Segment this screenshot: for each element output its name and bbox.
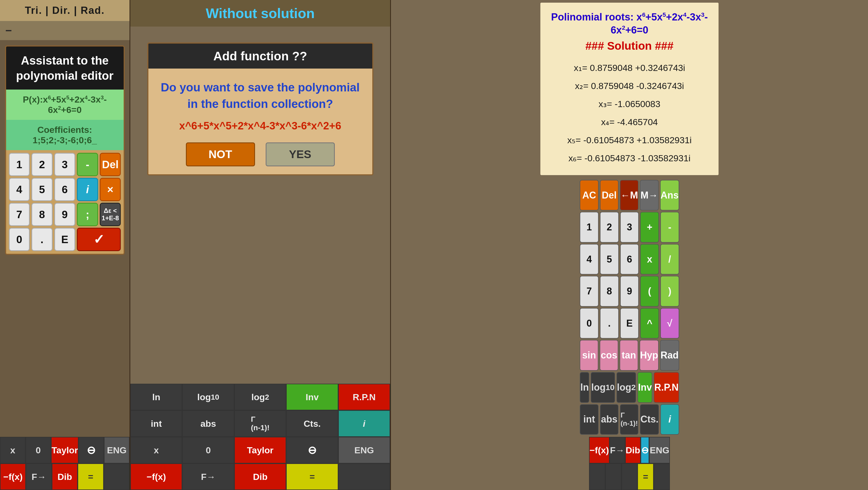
rk-0[interactable]: 0 xyxy=(580,308,599,339)
rk-gamma[interactable]: Γ(n-1)! xyxy=(620,404,639,435)
rk-row-2: 1 2 3 + - xyxy=(580,212,679,242)
tb-dib[interactable]: Dib xyxy=(52,463,78,490)
key-semicolon[interactable]: ; xyxy=(77,203,98,226)
mid-tb-fx[interactable]: −f(x) xyxy=(130,463,182,490)
rk-4[interactable]: 4 xyxy=(580,244,599,275)
rk-int[interactable]: int xyxy=(580,404,598,435)
tb-0[interactable]: 0 xyxy=(26,437,51,463)
key-2[interactable]: 2 xyxy=(31,153,53,176)
key-delta[interactable]: Δε <1+E-8 xyxy=(100,203,121,226)
key-5[interactable]: 5 xyxy=(31,178,53,201)
mid-key-ln[interactable]: ln xyxy=(130,384,182,410)
rk-cos[interactable]: cos xyxy=(600,340,618,371)
rk-mem-store[interactable]: ←M xyxy=(620,180,639,211)
rk-5[interactable]: 5 xyxy=(600,244,619,275)
key-1[interactable]: 1 xyxy=(9,153,30,176)
rb-eng[interactable]: ENG xyxy=(649,437,670,463)
rk-8[interactable]: 8 xyxy=(600,276,619,307)
rb-zoom[interactable]: ⊖ xyxy=(641,437,649,463)
tb-zoom[interactable]: ⊖ xyxy=(79,437,104,463)
rb-dib[interactable]: Dib xyxy=(625,437,641,463)
key-8[interactable]: 8 xyxy=(31,203,53,226)
rb-equals[interactable]: = xyxy=(638,463,654,490)
mid-key-info2[interactable]: i xyxy=(338,410,390,437)
mid-key-gamma[interactable]: Γ(n-1)! xyxy=(234,410,286,437)
rk-inv[interactable]: Inv xyxy=(638,372,652,403)
mid-key-cts[interactable]: Cts. xyxy=(286,410,338,437)
rk-2[interactable]: 2 xyxy=(600,212,619,242)
rk-rad[interactable]: Rad xyxy=(660,340,679,371)
rk-1[interactable]: 1 xyxy=(580,212,599,242)
mid-key-log10[interactable]: log10 xyxy=(182,384,234,410)
tb-equals[interactable]: = xyxy=(78,463,103,490)
rb-farrow[interactable]: F→ xyxy=(610,437,625,463)
mid-tb-dib[interactable]: Dib xyxy=(234,463,286,490)
rk-lparen[interactable]: ( xyxy=(640,276,659,307)
key-3[interactable]: 3 xyxy=(54,153,75,176)
mid-tb-farrow[interactable]: F→ xyxy=(182,463,234,490)
result-box: Polinomial roots: x6+5x5+2x4-3x3-6x2+6=0… xyxy=(540,3,718,175)
key-7[interactable]: 7 xyxy=(9,203,30,226)
rk-rparen[interactable]: ) xyxy=(660,276,679,307)
mid-key-rpn[interactable]: R.P.N xyxy=(338,384,390,410)
rk-cts[interactable]: Cts. xyxy=(640,404,659,435)
key-0[interactable]: 0 xyxy=(9,228,30,251)
rk-power[interactable]: ^ xyxy=(640,308,659,339)
rk-x[interactable]: x xyxy=(640,244,659,275)
mid-key-log2[interactable]: log2 xyxy=(234,384,286,410)
rk-r-minus[interactable]: - xyxy=(660,212,679,242)
rb-fx[interactable]: −f(x) xyxy=(589,437,610,463)
rk-plus[interactable]: + xyxy=(640,212,659,242)
key-info[interactable]: i xyxy=(77,178,98,201)
rk-ln[interactable]: ln xyxy=(580,372,589,403)
rk-tan[interactable]: tan xyxy=(620,340,638,371)
rk-9[interactable]: 9 xyxy=(620,276,639,307)
rk-hyp[interactable]: Hyp xyxy=(640,340,659,371)
mid-func-rows: ln log10 log2 Inv R.P.N int abs Γ(n-1)! … xyxy=(130,384,390,437)
rk-ans[interactable]: Ans xyxy=(660,180,679,211)
mid-tb-taylor[interactable]: Taylor xyxy=(234,437,286,463)
rk-abs[interactable]: abs xyxy=(600,404,619,435)
rk-log10[interactable]: log10 xyxy=(591,372,615,403)
tb-farrow[interactable]: F→ xyxy=(26,463,52,490)
rk-div[interactable]: / xyxy=(660,244,679,275)
rk-sin[interactable]: sin xyxy=(580,340,598,371)
key-del[interactable]: Del xyxy=(100,153,121,176)
key-multiply[interactable]: × xyxy=(100,178,121,201)
rk-ac[interactable]: AC xyxy=(580,180,598,211)
key-minus[interactable]: - xyxy=(77,153,98,176)
mid-tb-equals[interactable]: = xyxy=(286,463,338,490)
rk-info[interactable]: i xyxy=(660,404,679,435)
rk-6[interactable]: 6 xyxy=(620,244,639,275)
rk-3[interactable]: 3 xyxy=(620,212,639,242)
rk-del[interactable]: Del xyxy=(600,180,619,211)
key-dot[interactable]: . xyxy=(31,228,53,251)
key-9[interactable]: 9 xyxy=(54,203,75,226)
rk-log2[interactable]: log2 xyxy=(616,372,637,403)
left-toolbar-row1: x 0 Taylor ⊖ ENG xyxy=(0,437,129,463)
mid-key-inv[interactable]: Inv xyxy=(286,384,338,410)
key-4[interactable]: 4 xyxy=(9,178,30,201)
rk-rpn[interactable]: R.P.N xyxy=(654,372,679,403)
mid-key-int[interactable]: int xyxy=(130,410,182,437)
key-check[interactable]: ✓ xyxy=(77,228,121,251)
yes-button[interactable]: YES xyxy=(266,142,335,166)
mid-key-abs[interactable]: abs xyxy=(182,410,234,437)
key-E[interactable]: E xyxy=(54,228,75,251)
rk-mem-recall[interactable]: M→ xyxy=(640,180,658,211)
rk-7[interactable]: 7 xyxy=(580,276,599,307)
key-6[interactable]: 6 xyxy=(54,178,75,201)
tb-x[interactable]: x xyxy=(0,437,26,463)
tb-taylor[interactable]: Taylor xyxy=(51,437,79,463)
not-button[interactable]: NOT xyxy=(186,142,255,166)
mid-tb-0[interactable]: 0 xyxy=(182,437,234,463)
mid-tb-zoom[interactable]: ⊖ xyxy=(286,437,338,463)
rk-E[interactable]: E xyxy=(620,308,639,339)
rk-dot[interactable]: . xyxy=(600,308,619,339)
mid-tb-eng[interactable]: ENG xyxy=(338,437,390,463)
minus-symbol: − xyxy=(5,24,12,37)
rk-sqrt[interactable]: √ xyxy=(660,308,679,339)
tb-eng[interactable]: ENG xyxy=(104,437,129,463)
mid-tb-x[interactable]: x xyxy=(130,437,182,463)
tb-fx[interactable]: −f(x) xyxy=(0,463,26,490)
